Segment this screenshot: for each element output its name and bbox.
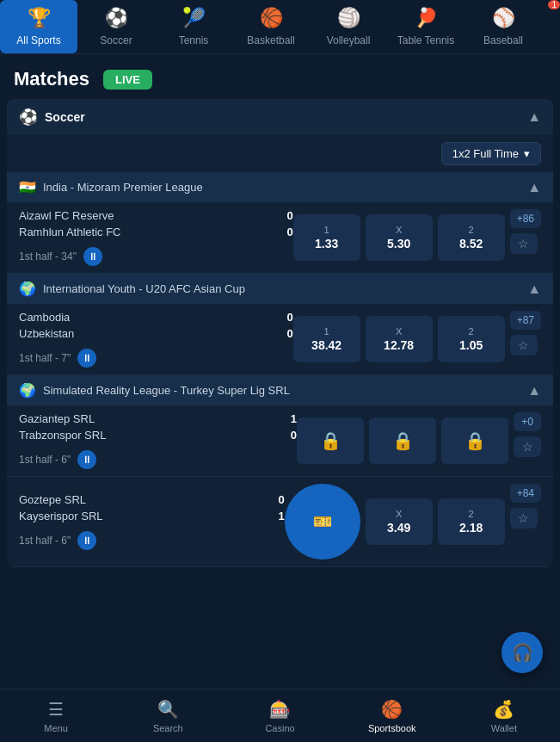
more-btn-gaziantep[interactable]: +0: [514, 412, 541, 431]
soccer-section-icon: ⚽: [19, 108, 38, 127]
tab-table-tennis[interactable]: 🏓 Table Tennis: [387, 0, 465, 53]
fav-btn-goztepe[interactable]: ☆: [510, 508, 538, 529]
aizawl-odds: 1 1.33 X 5.30 2 8.52: [293, 209, 505, 266]
tab-volleyball-label: Volleyball: [327, 34, 371, 46]
tab-volleyball[interactable]: 🏐 Volleyball: [310, 0, 387, 53]
odd-2-cambodia[interactable]: 2 1.05: [438, 316, 505, 362]
all-sports-icon: 🏆: [28, 7, 51, 29]
fav-btn-aizawl[interactable]: ☆: [510, 233, 538, 254]
locked-x-gaziantep: 🔒: [369, 417, 436, 464]
bet-type-select[interactable]: 1x2 Full Time ▾: [441, 142, 541, 165]
fab-icon: 🎧: [512, 642, 533, 663]
goztepe-odds: 🎫1 X 3.49 2 2.18: [285, 484, 505, 560]
tab-all-sports[interactable]: 🏆 All Sports: [0, 0, 77, 53]
odd-x-goztepe[interactable]: X 3.49: [366, 498, 433, 545]
team-row-gaziantep: Gaziantep SRL 1: [19, 412, 297, 425]
srl-league-name: Simulated Reality League - Turkey Super …: [43, 384, 290, 397]
casino-icon: 🎰: [269, 699, 291, 720]
fav-btn-cambodia[interactable]: ☆: [510, 335, 538, 356]
team-ramhlun: Ramhlun Athletic FC: [19, 226, 276, 238]
locked-2-gaziantep: 🔒: [441, 417, 508, 464]
odd-1-cambodia[interactable]: 1 38.42: [293, 316, 360, 362]
india-flag-icon: 🇮🇳: [19, 179, 36, 195]
team-row-goztepe: Goztepe SRL 0: [19, 493, 285, 506]
odd-x-cambodia[interactable]: X 12.78: [366, 316, 433, 362]
gaziantep-odds: 🔒 🔒 🔒: [297, 412, 508, 469]
u20-globe-icon: 🌍: [19, 281, 36, 297]
team-row-ramhlun: Ramhlun Athletic FC 0: [19, 226, 293, 238]
table-tennis-icon: 🏓: [415, 7, 438, 29]
soccer-icon: ⚽: [105, 7, 128, 29]
srl-globe-icon: 🌍: [19, 382, 36, 399]
league-header-u20[interactable]: 🌍 International Youth - U20 AFC Asian Cu…: [7, 274, 553, 304]
fav-btn-gaziantep[interactable]: ☆: [514, 436, 541, 457]
soccer-section-chevron: ▲: [527, 109, 541, 125]
bet-slip-icon-btn[interactable]: 🎫1: [285, 484, 360, 560]
nav-wallet-label: Wallet: [491, 723, 517, 733]
goztepe-time: 1st half - 6": [19, 535, 71, 547]
team-row-cambodia: Cambodia 0: [19, 311, 293, 324]
more-btn-cambodia[interactable]: +87: [510, 311, 541, 330]
matches-title: Matches: [14, 68, 89, 90]
nav-casino-label: Casino: [265, 723, 294, 733]
cambodia-odds: 1 38.42 X 12.78 2 1.05: [293, 311, 505, 368]
fab-support-button[interactable]: 🎧: [502, 632, 543, 673]
tab-soccer-label: Soccer: [100, 34, 132, 46]
basketball-icon: 🏀: [260, 7, 283, 29]
team-aizawl: Aizawl FC Reserve: [19, 209, 276, 222]
locked-1-gaziantep: 🔒: [297, 417, 364, 464]
score-cambodia: 0: [276, 311, 293, 324]
volleyball-icon: 🏐: [337, 7, 360, 29]
nav-search[interactable]: 🔍 Search: [112, 689, 224, 742]
odd-x-aizawl[interactable]: X 5.30: [366, 214, 433, 261]
more-btn-goztepe[interactable]: +84: [510, 484, 541, 503]
menu-icon: ☰: [48, 699, 64, 720]
match-row-aizawl: Aizawl FC Reserve 0 Ramhlun Athletic FC …: [7, 202, 553, 274]
u20-league-chevron: ▲: [527, 281, 541, 297]
nav-search-label: Search: [153, 723, 183, 733]
srl-league-chevron: ▲: [527, 383, 541, 399]
bet-type-label: 1x2 Full Time: [452, 147, 519, 160]
bottom-nav: ☰ Menu 🔍 Search 🎰 Casino 🏀 Sportsbook 💰 …: [0, 689, 560, 742]
nav-sportsbook[interactable]: 🏀 Sportsbook: [336, 689, 448, 742]
tab-baseball-label: Baseball: [483, 34, 523, 46]
tennis-icon: 🎾: [182, 7, 206, 29]
aizawl-time: 1st half - 34": [19, 250, 77, 263]
section-header-soccer[interactable]: ⚽ Soccer ▲: [7, 99, 553, 135]
score-ramhlun: 0: [276, 226, 293, 238]
odd-2-goztepe[interactable]: 2 2.18: [438, 498, 505, 545]
tab-baseball[interactable]: ⚾ Baseball: [465, 0, 542, 53]
tab-basketball[interactable]: 🏀 Basketball: [232, 0, 310, 53]
nav-wallet[interactable]: 💰 Wallet: [448, 689, 560, 742]
match-row-gaziantep: Gaziantep SRL 1 Trabzonspor SRL 0 1st ha…: [7, 405, 553, 477]
league-header-india[interactable]: 🇮🇳 India - Mizoram Premier League ▲: [7, 172, 553, 202]
odd-1-aizawl[interactable]: 1 1.33: [293, 214, 360, 261]
odd-2-aizawl[interactable]: 2 8.52: [438, 214, 505, 261]
score-gaziantep: 1: [280, 412, 297, 425]
india-league-chevron: ▲: [527, 180, 541, 195]
tab-basketball-label: Basketball: [247, 34, 294, 46]
baseball-icon: ⚾: [492, 7, 515, 29]
aizawl-live-icon: ⏸: [83, 247, 102, 266]
league-header-srl[interactable]: 🌍 Simulated Reality League - Turkey Supe…: [7, 375, 553, 405]
wallet-icon: 💰: [493, 699, 514, 720]
tab-all-sports-label: All Sports: [16, 34, 60, 46]
bet-type-chevron: ▾: [524, 147, 530, 160]
nav-menu-label: Menu: [44, 723, 68, 733]
team-cambodia: Cambodia: [19, 311, 276, 324]
score-uzbekistan: 0: [276, 327, 293, 340]
goztepe-live-icon: ⏸: [77, 531, 96, 550]
tab-tennis[interactable]: 🎾 Tennis: [155, 0, 232, 53]
tab-soccer[interactable]: ⚽ Soccer: [77, 0, 155, 53]
nav-menu[interactable]: ☰ Menu: [0, 689, 112, 742]
score-aizawl: 0: [276, 209, 293, 222]
tab-tennis-label: Tennis: [179, 34, 209, 46]
score-trabzonspor: 0: [280, 429, 297, 442]
match-row-cambodia: Cambodia 0 Uzbekistan 0 1st half - 7" ⏸ …: [7, 304, 553, 375]
soccer-section: ⚽ Soccer ▲ 1x2 Full Time ▾ 🇮🇳 India - Mi…: [7, 99, 553, 567]
gaziantep-time: 1st half - 6": [19, 454, 71, 466]
nav-casino[interactable]: 🎰 Casino: [224, 689, 335, 742]
more-btn-aizawl[interactable]: +86: [510, 209, 541, 228]
live-badge: LIVE: [103, 70, 152, 90]
team-gaziantep: Gaziantep SRL: [19, 412, 280, 425]
